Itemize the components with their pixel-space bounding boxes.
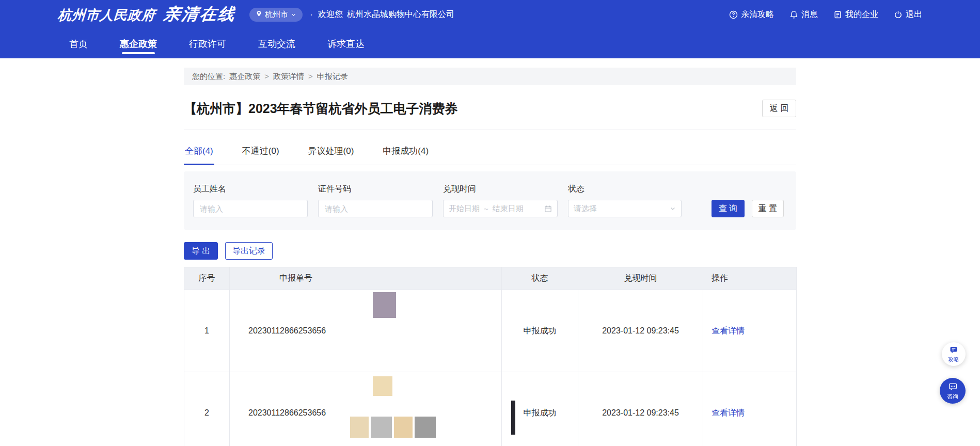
cell-redeem-time: 2023-01-12 09:23:45 bbox=[578, 372, 703, 446]
employee-name-label: 员工姓名 bbox=[193, 184, 308, 195]
location-pin-icon bbox=[256, 10, 262, 19]
id-number-label: 证件号码 bbox=[318, 184, 433, 195]
floating-guide-button[interactable]: 攻略 bbox=[942, 342, 966, 366]
order-no-text: 20230112866253656 bbox=[248, 408, 326, 418]
logout-link-label: 退出 bbox=[906, 9, 922, 20]
logo-brand-text: 亲清在线 bbox=[162, 3, 237, 26]
end-date-placeholder: 结束日期 bbox=[493, 204, 524, 214]
breadcrumb: 您的位置: 惠企政策 > 政策详情 > 申报记录 bbox=[184, 68, 796, 85]
main-content: 您的位置: 惠企政策 > 政策详情 > 申报记录 【杭州市】2023年春节留杭省… bbox=[184, 68, 796, 446]
redaction-block bbox=[373, 376, 392, 396]
column-header-action: 操作 bbox=[703, 267, 797, 290]
nav-item-interaction[interactable]: 互动交流 bbox=[258, 29, 295, 58]
tab-objection[interactable]: 异议处理(0) bbox=[307, 138, 355, 165]
redaction-block bbox=[373, 292, 396, 318]
id-number-input[interactable] bbox=[318, 200, 433, 217]
main-nav: 首页 惠企政策 行政许可 互动交流 诉求直达 bbox=[0, 29, 980, 58]
employee-name-input[interactable] bbox=[193, 200, 308, 217]
messages-link[interactable]: 消息 bbox=[789, 9, 818, 20]
my-enterprise-link-label: 我的企业 bbox=[845, 9, 878, 20]
filter-panel: 员工姓名 证件号码 兑现时间 开始日期 ~ 结束日期 状态 bbox=[184, 171, 796, 230]
status-select-placeholder: 请选择 bbox=[574, 204, 597, 214]
export-records-button[interactable]: 导出记录 bbox=[225, 242, 273, 260]
view-detail-link[interactable]: 查看详情 bbox=[712, 408, 745, 417]
tab-success[interactable]: 申报成功(4) bbox=[382, 138, 430, 165]
reset-button[interactable]: 重 置 bbox=[752, 200, 784, 217]
tab-all[interactable]: 全部(4) bbox=[184, 138, 214, 165]
back-button[interactable]: 返 回 bbox=[762, 100, 796, 117]
nav-item-administrative-license[interactable]: 行政许可 bbox=[189, 29, 226, 58]
status-tabs: 全部(4) 不通过(0) 异议处理(0) 申报成功(4) bbox=[184, 138, 796, 165]
floating-guide-label: 攻略 bbox=[948, 357, 959, 362]
redeem-time-field-group: 兑现时间 开始日期 ~ 结束日期 bbox=[443, 184, 558, 217]
nav-item-home[interactable]: 首页 bbox=[69, 29, 88, 58]
filter-actions: 查 询 重 置 bbox=[712, 200, 784, 217]
tab-rejected[interactable]: 不通过(0) bbox=[241, 138, 280, 165]
breadcrumb-item-policy-detail[interactable]: 政策详情 bbox=[273, 68, 304, 85]
export-toolbar: 导 出 导出记录 bbox=[184, 242, 796, 260]
column-header-order-no: 申报单号 bbox=[230, 267, 502, 290]
title-divider bbox=[184, 130, 796, 130]
redaction-block bbox=[415, 417, 436, 438]
order-no-content: 20230112866253656 bbox=[230, 372, 501, 446]
nav-item-appeal[interactable]: 诉求直达 bbox=[327, 29, 365, 58]
daterange-separator: ~ bbox=[484, 204, 488, 213]
my-enterprise-link[interactable]: 我的企业 bbox=[833, 9, 878, 20]
header: 杭州市人民政府 亲清在线 杭州市 · 欢迎您 杭州水晶城购物中心有限公司 bbox=[0, 0, 980, 58]
cell-order-no: 20230112866253656 bbox=[230, 290, 502, 372]
cell-action: 查看详情 bbox=[703, 372, 797, 446]
calendar-icon bbox=[544, 205, 552, 213]
company-name: 杭州水晶城购物中心有限公司 bbox=[347, 9, 454, 20]
column-header-status: 状态 bbox=[502, 267, 578, 290]
redaction-block bbox=[371, 417, 392, 438]
breadcrumb-item-policy[interactable]: 惠企政策 bbox=[229, 68, 260, 85]
separator-dot: · bbox=[310, 9, 313, 20]
page: 杭州市人民政府 亲清在线 杭州市 · 欢迎您 杭州水晶城购物中心有限公司 bbox=[0, 0, 980, 446]
start-date-placeholder: 开始日期 bbox=[449, 204, 480, 214]
cell-index: 2 bbox=[184, 372, 230, 446]
guide-chat-icon bbox=[950, 346, 958, 356]
order-no-content: 20230112866253656 bbox=[230, 290, 501, 372]
nav-item-enterprise-policy[interactable]: 惠企政策 bbox=[120, 29, 157, 58]
export-button[interactable]: 导 出 bbox=[184, 242, 218, 260]
title-row: 【杭州市】2023年春节留杭省外员工电子消费券 返 回 bbox=[184, 100, 796, 117]
breadcrumb-separator: > bbox=[264, 68, 269, 85]
search-button[interactable]: 查 询 bbox=[712, 200, 745, 217]
redeem-time-range-picker[interactable]: 开始日期 ~ 结束日期 bbox=[443, 200, 558, 217]
location-label: 杭州市 bbox=[265, 10, 288, 20]
order-no-text: 20230112866253656 bbox=[248, 326, 326, 336]
welcome-text: 欢迎您 杭州水晶城购物中心有限公司 bbox=[318, 9, 454, 20]
redaction-block bbox=[350, 417, 369, 438]
welcome-label: 欢迎您 bbox=[318, 9, 343, 20]
location-selector[interactable]: 杭州市 bbox=[249, 8, 303, 22]
employee-name-field-group: 员工姓名 bbox=[193, 184, 308, 217]
question-circle-icon bbox=[729, 10, 738, 19]
id-number-field-group: 证件号码 bbox=[318, 184, 433, 217]
records-table: 序号 申报单号 状态 兑现时间 操作 1 20230112866253656 申… bbox=[184, 267, 797, 446]
table-row: 1 20230112866253656 申报成功 2023-01-12 09:2… bbox=[184, 290, 797, 372]
guide-link[interactable]: 亲清攻略 bbox=[729, 9, 774, 20]
bell-icon bbox=[789, 10, 798, 19]
table-row: 2 20230112866253656 申报成功 2023-01-12 09:2… bbox=[184, 372, 797, 446]
logo-government-text: 杭州市人民政府 bbox=[57, 6, 156, 24]
cell-index: 1 bbox=[184, 290, 230, 372]
floating-consult-button[interactable]: 咨询 bbox=[940, 378, 966, 404]
status-field-group: 状态 请选择 bbox=[568, 184, 682, 217]
cell-redeem-time: 2023-01-12 09:23:45 bbox=[578, 290, 703, 372]
cell-status: 申报成功 bbox=[502, 290, 578, 372]
guide-link-label: 亲清攻略 bbox=[741, 9, 774, 20]
view-detail-link[interactable]: 查看详情 bbox=[712, 326, 745, 335]
header-top: 杭州市人民政府 亲清在线 杭州市 · 欢迎您 杭州水晶城购物中心有限公司 bbox=[0, 0, 980, 29]
cell-status: 申报成功 bbox=[502, 372, 578, 446]
site-logo[interactable]: 杭州市人民政府 亲清在线 bbox=[58, 3, 236, 26]
chevron-down-icon bbox=[670, 204, 676, 213]
status-select[interactable]: 请选择 bbox=[568, 200, 682, 217]
breadcrumb-item-current: 申报记录 bbox=[317, 68, 348, 85]
cell-order-no: 20230112866253656 bbox=[230, 372, 502, 446]
status-label: 状态 bbox=[568, 184, 682, 195]
status-content: 申报成功 bbox=[502, 372, 578, 446]
chevron-down-icon bbox=[291, 10, 296, 19]
page-title: 【杭州市】2023年春节留杭省外员工电子消费券 bbox=[184, 100, 458, 117]
consult-chat-icon bbox=[949, 383, 957, 393]
logout-link[interactable]: 退出 bbox=[894, 9, 922, 20]
